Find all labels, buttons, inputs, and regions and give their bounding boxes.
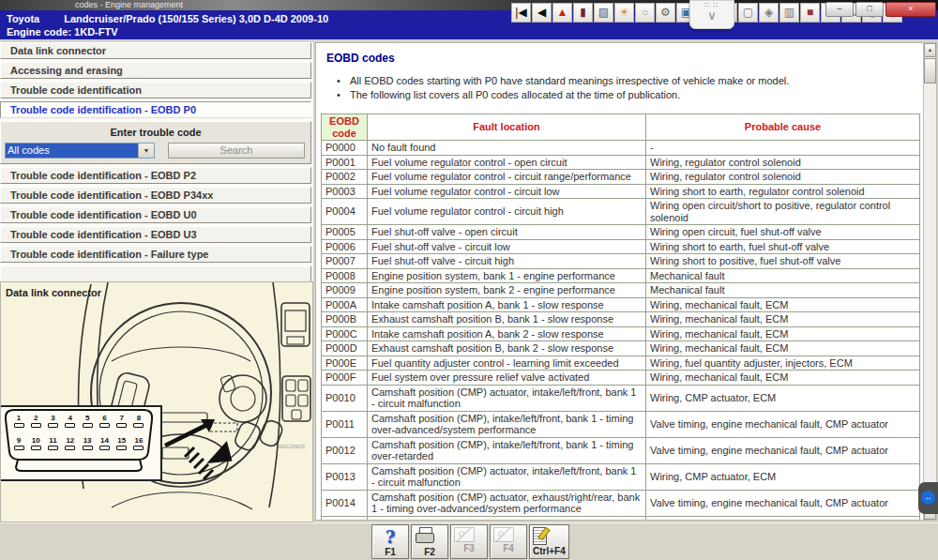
probable-cause-cell: Mechanical fault (646, 268, 920, 283)
table-row[interactable]: P0007Fuel shut-off valve - circuit highW… (322, 254, 920, 269)
table-row[interactable]: P0003Fuel volume regulator control - cir… (322, 184, 920, 199)
table-row[interactable]: P0014Camshaft position (CMP) actuator, e… (322, 490, 920, 516)
table-row[interactable]: P0012Camshaft position (CMP), intake/lef… (322, 437, 920, 463)
probable-cause-cell: Wiring, regulator control solenoid (646, 170, 920, 185)
table-row[interactable]: P000CIntake camshaft position A, bank 2 … (322, 326, 920, 341)
snap-overlay[interactable]: ∷ ∷ ∨ (689, 0, 734, 29)
eobd-codes-table: EOBD codeFault locationProbable cause P0… (321, 114, 920, 521)
settings-icon[interactable]: ⚙ (656, 3, 675, 23)
code-cell: P0008 (322, 268, 368, 283)
table-row[interactable]: P0006Fuel shut-off valve - circuit lowWi… (322, 239, 920, 254)
notes-button[interactable]: Ctrl+F4 (529, 524, 569, 559)
fault-location-cell: Camshaft position (CMP) actuator, exhaus… (368, 516, 646, 521)
sidebar-item-label: Trouble code identification - EOBD U3 (10, 229, 197, 240)
table-row[interactable]: P0005Fuel shut-off valve - open circuitW… (322, 225, 920, 240)
remote-access-side-tab[interactable]: ↔ (918, 482, 938, 514)
code-cell: P0005 (322, 225, 368, 240)
table-row[interactable]: P000AIntake camshaft position A, bank 1 … (322, 297, 920, 312)
connector-pin: 8 (132, 414, 145, 428)
service-icon[interactable]: ◈ (759, 3, 779, 23)
sidebar-item[interactable]: Trouble code identification - Failure ty… (0, 246, 311, 263)
table-row[interactable]: P0008Engine position system, bank 1 - en… (322, 268, 920, 283)
fault-location-cell: Exhaust camshaft position B, bank 1 - sl… (368, 312, 646, 327)
dropdown-arrow-icon[interactable]: ▼ (138, 144, 154, 158)
table-row[interactable]: P000DExhaust camshaft position B, bank 2… (322, 341, 920, 356)
service-schedule-icon[interactable]: ☀ (614, 3, 634, 23)
pin-slot (133, 446, 144, 450)
sidebar-item[interactable]: Trouble code identification - EOBD P0 (0, 101, 311, 118)
table-row[interactable]: P0002Fuel volume regulator control - cir… (322, 170, 920, 185)
code-filter-dropdown[interactable]: All codes ▼ (5, 143, 155, 159)
probable-cause-cell: Wiring, mechanical fault, ECM (646, 297, 920, 312)
search-button[interactable]: Search (168, 143, 305, 159)
data-link-connector-panel: Data link connector (0, 281, 313, 522)
sidebar-item[interactable]: Trouble code identification - EOBD U0 (0, 206, 311, 223)
back-icon[interactable]: ◀ (532, 3, 552, 23)
table-row[interactable]: P0015Camshaft position (CMP) actuator, e… (322, 516, 920, 521)
code-cell: P0001 (322, 155, 368, 170)
sidebar-item[interactable]: Accessing and erasing (0, 62, 311, 79)
warning-icon[interactable]: ▲ (552, 3, 572, 23)
sidebar-item[interactable] (0, 265, 311, 282)
body-icon[interactable]: ▢ (738, 3, 758, 23)
maximize-button[interactable]: □ (855, 2, 884, 17)
close-button[interactable]: × (885, 2, 936, 17)
sidebar-item-label: Trouble code identification (10, 84, 142, 96)
sidebar-item[interactable]: Trouble code identification - EOBD P34xx (0, 187, 311, 204)
components-icon[interactable]: ○ (635, 3, 655, 23)
pin-slot (133, 423, 144, 428)
sidebar-item[interactable]: Data link connector (0, 42, 311, 59)
fault-location-cell: No fault found (368, 141, 646, 156)
probable-cause-cell: Wiring, mechanical fault, ECM (646, 371, 920, 386)
function-key-label: Ctrl+F4 (533, 546, 566, 556)
brakes-icon[interactable]: ▮ (573, 3, 593, 23)
table-row[interactable]: P000FFuel system over pressure relief va… (322, 371, 920, 386)
fault-location-cell: Fuel volume regulator control - circuit … (368, 170, 646, 185)
connector-pin: 7 (115, 414, 129, 428)
function-key-label: F2 (415, 547, 445, 557)
code-cell: P0003 (322, 184, 368, 199)
function-buttons: F1F2F3F4Ctrl+F4 (371, 524, 569, 559)
minimize-button[interactable]: – (825, 2, 854, 17)
image-icon (454, 527, 475, 542)
scroll-thumb[interactable] (924, 58, 936, 83)
sidebar-item[interactable]: Trouble code identification - EOBD P2 (0, 167, 311, 184)
table-row[interactable]: P0010Camshaft position (CMP) actuator, i… (322, 385, 920, 411)
sidebar-item[interactable]: Trouble code identification - EOBD U3 (0, 226, 311, 243)
pin-number: 16 (132, 436, 145, 445)
print-button[interactable]: F2 (411, 524, 448, 559)
connector-pin: 4 (64, 414, 77, 428)
table-row[interactable]: P0013Camshaft position (CMP) actuator, i… (322, 463, 920, 490)
sidebar-item[interactable]: Trouble code identification (0, 82, 311, 98)
pin-slot (14, 446, 24, 450)
vertical-scrollbar[interactable]: ▲ ▼ (923, 42, 937, 521)
wiring-diagram-icon[interactable]: ▨ (594, 3, 613, 23)
help-button[interactable]: F1 (371, 524, 409, 559)
table-row[interactable]: P000EFuel quantity adjuster control - le… (322, 356, 920, 371)
column-header: Probable cause (646, 114, 920, 141)
table-row[interactable]: P0011Camshaft position (CMP), intake/lef… (322, 411, 920, 437)
page-title: EOBD codes (326, 52, 923, 65)
probable-cause-cell: Valve timing, engine mechanical fault, C… (646, 490, 920, 516)
table-row[interactable]: P0009Engine position system, bank 2 - en… (322, 283, 920, 298)
code-cell: P0010 (322, 385, 368, 411)
engine-code: Engine code: 1KD-FTV (7, 25, 938, 38)
pin-number: 11 (47, 436, 60, 445)
smart-repair-icon[interactable]: ■ (800, 3, 820, 23)
probable-cause-cell: Valve timing, engine mechanical fault, C… (646, 516, 920, 521)
first-page-icon[interactable]: |◀ (511, 3, 531, 23)
fault-location-cell: Camshaft position (CMP), intake/left/fro… (368, 437, 646, 463)
pin-slot (65, 423, 75, 428)
bottom-toolbar: F1F2F3F4Ctrl+F4 (0, 522, 938, 560)
function-key-label: F4 (493, 543, 523, 553)
scroll-up-icon[interactable]: ▲ (924, 43, 936, 57)
table-row[interactable]: P000BExhaust camshaft position B, bank 1… (322, 312, 920, 327)
table-row[interactable]: P0001Fuel volume regulator control - ope… (322, 155, 920, 170)
table-row[interactable]: P0000No fault found- (322, 141, 920, 156)
table-row[interactable]: P0004Fuel volume regulator control - cir… (322, 199, 920, 225)
code-cell: P000C (322, 326, 368, 341)
connector-pin: 1 (12, 414, 25, 428)
technical-data-icon[interactable]: ▥ (779, 3, 799, 23)
printer-icon (415, 527, 435, 546)
trouble-code-search-panel: Enter trouble code All codes ▼ Search (0, 121, 311, 164)
